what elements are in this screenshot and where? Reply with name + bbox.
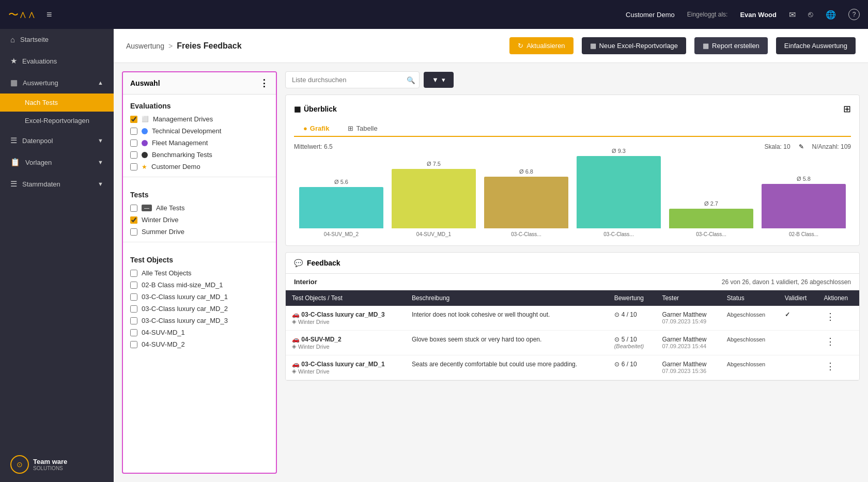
test-item-winter-drive[interactable]: Winter Drive [130, 216, 269, 224]
search-bar: 🔍 ▼ ▾ [285, 71, 860, 88]
feedback-icon: 💬 [294, 259, 303, 267]
eval-label-technical-dev: Technical Development [152, 127, 221, 135]
obj-item-03c-1[interactable]: 03-C-Class luxury car_MD_1 [130, 293, 269, 301]
th-status: Status [721, 290, 779, 306]
excel-button[interactable]: ▦ Neue Excel-Reportvorlage [582, 37, 686, 54]
sidebar-item-auswertung[interactable]: ▦ Auswertung ▲ [0, 72, 114, 94]
aktualisieren-label: Aktualisieren [526, 42, 565, 50]
eval-checkbox-technical-dev[interactable] [130, 128, 137, 135]
action-menu-button-2[interactable]: ⋮ [824, 361, 837, 372]
mail-icon[interactable]: ✉ [789, 10, 796, 20]
bar-rect[interactable] [484, 177, 568, 228]
sidebar-item-stammdaten[interactable]: ☰ Stammdaten ▼ [0, 173, 114, 195]
star-icon: ★ [10, 56, 17, 66]
sidebar-item-evaluations[interactable]: ★ Evaluations [0, 50, 114, 72]
rating-2: ⊙ 6 / 10 [614, 361, 650, 368]
grid-icon[interactable]: ⊞ [843, 103, 851, 115]
rating-val-0: 4 / 10 [622, 311, 637, 318]
cell-tester-1: Garner Matthew 07.09.2023 15:44 [656, 331, 720, 355]
test-label-winter: Winter Drive [142, 216, 179, 224]
bar-label-top: Ø 9.3 [612, 148, 626, 154]
einfache-button[interactable]: Einfache Auswertung [776, 37, 856, 54]
bar-rect[interactable] [762, 184, 846, 228]
obj-checkbox-04suv-1[interactable] [130, 329, 137, 336]
obj-checkbox-03c-1[interactable] [130, 293, 137, 301]
status-badge-2: Abgeschlossen [727, 361, 766, 367]
eval-checkbox-management-drives[interactable] [130, 116, 137, 123]
rating-icon: ⊙ [614, 336, 619, 343]
search-icon-button[interactable]: 🔍 [407, 76, 415, 84]
test-label-summer: Summer Drive [142, 228, 184, 236]
eval-item-fleet-management[interactable]: Fleet Management [130, 139, 269, 147]
eval-checkbox-benchmarking[interactable] [130, 151, 137, 159]
test-item-alle-tests[interactable]: — Alle Tests [130, 204, 269, 212]
sidebar-label-stammdaten: Stammdaten [22, 180, 60, 188]
eval-item-customer-demo[interactable]: ★ Customer Demo [130, 163, 269, 170]
cell-tester-0: Garner Matthew 07.09.2023 15:49 [656, 306, 720, 331]
action-menu-button-0[interactable]: ⋮ [824, 311, 837, 322]
sidebar-item-startseite[interactable]: ⌂ Startseite [0, 29, 114, 50]
th-aktionen: Aktionen [817, 290, 859, 306]
exit-icon[interactable]: ⎋ [808, 10, 813, 19]
chevron-up-icon: ▲ [98, 80, 103, 86]
obj-item-04suv-1[interactable]: 04-SUV-MD_1 [130, 329, 269, 336]
bar-rect[interactable] [392, 169, 476, 228]
bar-rect[interactable] [577, 156, 661, 228]
eval-item-technical-dev[interactable]: Technical Development [130, 127, 269, 135]
eval-checkbox-customer-demo[interactable] [130, 163, 137, 170]
obj-checkbox-02b[interactable] [130, 282, 137, 289]
teamware-logo: ⊙ [10, 455, 29, 474]
obj-checkbox-03c-2[interactable] [130, 305, 137, 313]
bar-rect[interactable] [299, 187, 383, 228]
bar-group-03c-class3: Ø 2.7 03-C-Class... [669, 200, 753, 237]
eval-label-management-drives: Management Drives [153, 115, 213, 123]
globe-icon[interactable]: 🌐 [826, 10, 836, 20]
test-item-summer-drive[interactable]: Summer Drive [130, 228, 269, 236]
cell-desc-1: Glove boxes seem stuck or very hard too … [406, 331, 608, 355]
action-menu-button-1[interactable]: ⋮ [824, 336, 837, 347]
report-button[interactable]: ▦ Report erstellen [694, 37, 768, 54]
obj-item-04suv-2[interactable]: 04-SUV-MD_2 [130, 340, 269, 348]
hamburger-icon[interactable]: ≡ [47, 9, 52, 20]
filter-button[interactable]: ▼ ▾ [424, 72, 454, 88]
eval-item-benchmarking[interactable]: Benchmarking Tests [130, 151, 269, 159]
test-checkbox-summer[interactable] [130, 228, 137, 236]
evaluations-section: Evaluations ⬜ Management Drives Technica… [123, 95, 276, 170]
eval-checkbox-fleet-management[interactable] [130, 139, 137, 147]
mittelwert-label: Mittelwert: 6.5 [294, 143, 333, 150]
tab-grafik[interactable]: ● Grafik [294, 121, 338, 137]
obj-checkbox-alle[interactable] [130, 270, 137, 277]
obj-item-alle[interactable]: Alle Test Objects [130, 269, 269, 277]
help-icon[interactable]: ? [848, 9, 860, 20]
tab-tabelle[interactable]: ⊞ Tabelle [338, 121, 386, 137]
bar-label-top: Ø 6.8 [519, 168, 533, 175]
obj-item-02b[interactable]: 02-B Class mid-size_MD_1 [130, 281, 269, 289]
sidebar-item-excel-reportvorlagen[interactable]: Excel-Reportvorlagen [0, 112, 114, 130]
eval-label-fleet-management: Fleet Management [152, 139, 208, 147]
sidebar-item-datenpool[interactable]: ☰ Datenpool ▼ [0, 130, 114, 151]
obj-checkbox-03c-3[interactable] [130, 317, 137, 324]
check-mark-0: ✓ [785, 311, 790, 318]
obj-item-03c-3[interactable]: 03-C-Class luxury car_MD_3 [130, 317, 269, 324]
rating-1: ⊙ 5 / 10 [614, 336, 650, 343]
skala-edit-icon[interactable]: ✎ [799, 143, 804, 150]
obj-checkbox-04suv-2[interactable] [130, 341, 137, 348]
th-beschreibung: Beschreibung [406, 290, 608, 306]
bar-rect[interactable] [669, 209, 753, 228]
rating-icon: ⊙ [614, 311, 619, 318]
aktualisieren-button[interactable]: ↻ Aktualisieren [509, 37, 573, 54]
feedback-count: 26 von 26, davon 1 validiert, 26 abgesch… [722, 278, 851, 286]
eval-item-management-drives[interactable]: ⬜ Management Drives [130, 115, 269, 123]
obj-item-03c-2[interactable]: 03-C-Class luxury car_MD_2 [130, 305, 269, 313]
user-name: Evan Wood [740, 11, 777, 19]
content-header: Auswertung > Freies Feedback ↻ Aktualisi… [114, 29, 868, 63]
test-checkbox-winter[interactable] [130, 216, 137, 224]
sidebar-item-nach-tests[interactable]: Nach Tests [0, 94, 114, 112]
panel-menu-icon[interactable]: ⋮ [259, 77, 269, 89]
sidebar-item-vorlagen[interactable]: 📋 Vorlagen ▼ [0, 151, 114, 173]
cell-status-1: Abgeschlossen [721, 331, 779, 355]
obj-name-1: 🚗 04-SUV-MD_2 [292, 336, 399, 343]
breadcrumb-link[interactable]: Auswertung [126, 42, 164, 50]
search-input[interactable] [285, 71, 420, 88]
test-checkbox-alle[interactable] [130, 205, 137, 212]
